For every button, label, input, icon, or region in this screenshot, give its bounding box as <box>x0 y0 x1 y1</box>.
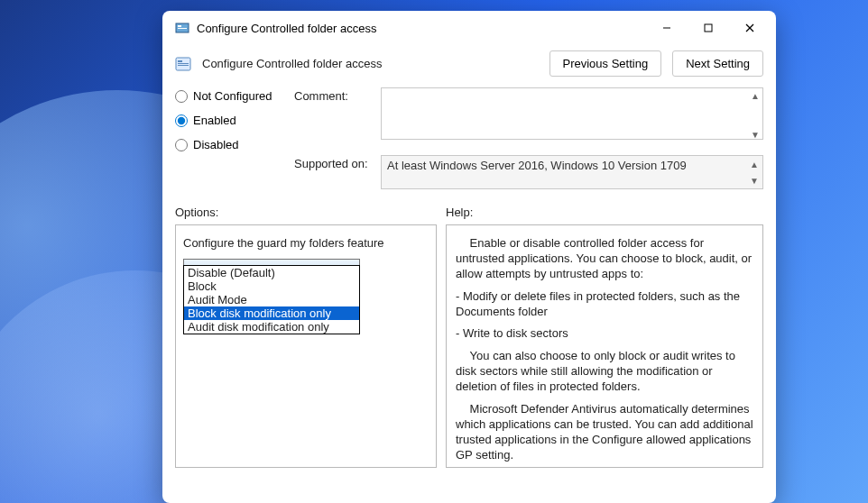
titlebar: Configure Controlled folder access <box>162 11 776 45</box>
options-label: Options: <box>175 206 446 219</box>
feature-dropdown[interactable]: Disable (Default)BlockAudit ModeBlock di… <box>183 265 360 334</box>
dropdown-item[interactable]: Disable (Default) <box>184 266 359 279</box>
app-icon <box>175 21 189 35</box>
svg-rect-9 <box>178 63 189 64</box>
comment-label: Comment: <box>294 87 375 142</box>
help-label: Help: <box>446 206 473 219</box>
help-text: You can also choose to only block or aud… <box>456 349 753 395</box>
meta-fields: Comment: ▲ ▼ Supported on: At least Wind… <box>294 87 763 189</box>
lower-panels: Configure the guard my folders feature D… <box>162 224 776 503</box>
radio-enabled[interactable]: Enabled <box>175 114 283 127</box>
scroll-down-icon[interactable]: ▼ <box>748 174 761 187</box>
svg-rect-1 <box>178 25 181 27</box>
svg-rect-4 <box>705 24 712 32</box>
supported-value: At least Windows Server 2016, Windows 10… <box>381 155 763 189</box>
help-text: Enable or disable controlled folder acce… <box>456 236 753 282</box>
dropdown-item[interactable]: Audit disk modification only <box>184 320 359 334</box>
svg-rect-10 <box>178 65 189 66</box>
help-text: Microsoft Defender Antivirus automatical… <box>456 402 753 463</box>
radio-disabled[interactable]: Disabled <box>175 138 283 151</box>
header-row: Configure Controlled folder access Previ… <box>162 45 776 86</box>
dropdown-item[interactable]: Audit Mode <box>184 293 359 306</box>
help-text: - Write to disk sectors <box>456 326 753 342</box>
help-panel: Enable or disable controlled folder acce… <box>446 224 763 468</box>
policy-icon <box>175 56 191 72</box>
comment-input[interactable] <box>381 87 763 140</box>
help-text: - Modify or delete files in protected fo… <box>456 289 753 320</box>
policy-title: Configure Controlled folder access <box>202 57 539 70</box>
scroll-up-icon[interactable]: ▲ <box>749 89 762 102</box>
state-radio-group: Not Configured Enabled Disabled <box>175 87 283 189</box>
radio-not-configured[interactable]: Not Configured <box>175 89 283 103</box>
gpo-editor-window: Configure Controlled folder access Confi… <box>162 11 776 503</box>
dropdown-item[interactable]: Block disk modification only <box>184 306 359 320</box>
close-button[interactable] <box>729 14 771 42</box>
svg-rect-2 <box>178 28 187 29</box>
config-row: Not Configured Enabled Disabled Comment:… <box>162 86 776 198</box>
previous-setting-button[interactable]: Previous Setting <box>549 50 662 77</box>
window-title: Configure Controlled folder access <box>197 22 646 35</box>
minimize-button[interactable] <box>646 14 688 42</box>
options-panel: Configure the guard my folders feature D… <box>175 224 437 468</box>
supported-label: Supported on: <box>294 155 375 189</box>
scroll-up-icon[interactable]: ▲ <box>748 158 761 170</box>
next-setting-button[interactable]: Next Setting <box>672 50 763 77</box>
svg-rect-8 <box>178 60 182 62</box>
scroll-down-icon[interactable]: ▼ <box>749 128 762 141</box>
option-title: Configure the guard my folders feature <box>183 236 429 250</box>
maximize-button[interactable] <box>688 14 729 42</box>
dropdown-item[interactable]: Block <box>184 279 359 293</box>
section-labels: Options: Help: <box>162 198 776 224</box>
